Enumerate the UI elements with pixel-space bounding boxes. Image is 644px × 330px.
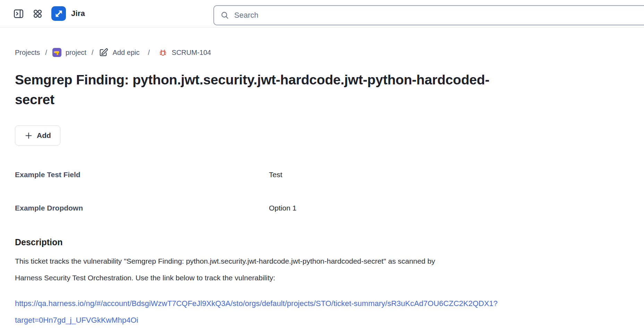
breadcrumb: Projects / project / [15,48,634,57]
bug-icon [158,48,168,57]
field-value[interactable]: Option 1 [269,204,634,212]
description-section: Description This ticket tracks the vulne… [15,237,634,329]
plus-icon [24,131,33,140]
breadcrumb-add-epic[interactable]: Add epic [99,48,139,57]
top-bar: Jira [0,0,644,27]
breadcrumb-projects[interactable]: Projects [15,49,40,57]
search-box[interactable] [213,5,644,25]
app-switcher-button[interactable] [33,9,42,18]
field-label: Example Test Field [15,171,269,179]
field-value[interactable]: Test [269,171,634,179]
issue-page: Projects / project / [0,48,644,329]
breadcrumb-project[interactable]: project [52,48,86,57]
edit-icon [99,48,108,57]
app-grid-icon [33,9,42,18]
breadcrumb-separator: / [148,49,150,57]
description-heading: Description [15,237,634,247]
add-button[interactable]: Add [15,125,60,146]
app-name: Jira [71,9,85,18]
custom-fields: Example Test Field Test Example Dropdown… [15,171,634,212]
field-row-example-test-field: Example Test Field Test [15,171,634,179]
field-row-example-dropdown: Example Dropdown Option 1 [15,204,634,212]
sidebar-toggle-button[interactable] [13,8,24,19]
search-icon [220,11,229,20]
issue-title: Semgrep Finding: python.jwt.security.jwt… [15,70,633,109]
field-label: Example Dropdown [15,204,269,212]
add-button-label: Add [37,131,51,140]
breadcrumb-separator: / [45,49,47,57]
vulnerability-link[interactable]: https://qa.harness.io/ng/#/account/Bdsgi… [15,295,556,329]
project-avatar-icon [52,48,61,57]
breadcrumb-separator: / [92,49,94,57]
expand-sidebar-icon [13,8,24,19]
jira-logo[interactable] [51,6,66,21]
search-input[interactable] [234,6,644,25]
breadcrumb-issue-key[interactable]: SCRUM-104 [158,48,211,57]
description-text: This ticket tracks the vulnerability "Se… [15,253,556,286]
